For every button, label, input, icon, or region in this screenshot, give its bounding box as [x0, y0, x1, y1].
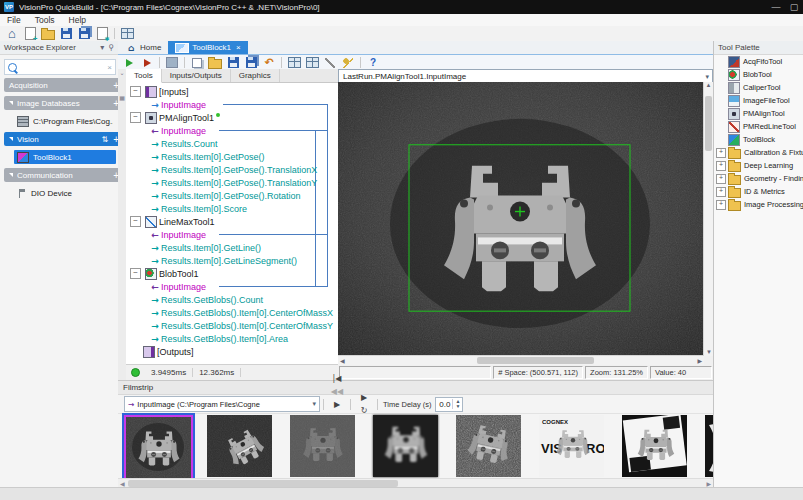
image-canvas[interactable] [338, 82, 704, 356]
spin-down-icon[interactable]: ▼ [453, 404, 462, 409]
edit-tools-button[interactable] [321, 56, 339, 69]
open-job-button[interactable] [39, 27, 57, 40]
thumbnail-part-textured-background[interactable] [456, 415, 521, 477]
workspace-item-c-program-files-cog-[interactable]: C:\Program Files\Cog... [14, 114, 116, 128]
result-grid-button[interactable] [285, 56, 303, 69]
palette-tool-calipertool[interactable]: CaliperTool [714, 81, 803, 94]
folder-expander-icon[interactable]: + [716, 161, 726, 171]
workspace-search-input[interactable] [17, 61, 107, 73]
menu-help[interactable]: Help [62, 15, 93, 25]
folder-expander-icon[interactable]: + [716, 187, 726, 197]
tree-node-inputimage[interactable]: ←InputImage [127, 124, 337, 137]
input-grid-button[interactable] [303, 56, 321, 69]
section-image-databases[interactable]: Image Databases+ [4, 96, 124, 110]
palette-tool-imagefiletool[interactable]: ImageFileTool [714, 94, 803, 107]
tree-node-results-item-0-score[interactable]: →Results.Item[0].Score [127, 202, 337, 215]
palette-tool-pmaligntool[interactable]: PMAlignTool [714, 107, 803, 120]
palette-folder-image-processing[interactable]: +Image Processing [714, 198, 803, 211]
tree-node-results-getblobs-item-0-area[interactable]: →Results.GetBlobs().Item[0].Area [127, 332, 337, 345]
palette-tab-icon[interactable]: ▦ [118, 94, 126, 101]
run-button[interactable] [120, 56, 138, 69]
thumbnail-part-normal[interactable] [124, 415, 193, 479]
tree-node-results-item-0-getpose-translationx[interactable]: →Results.Item[0].GetPose().TranslationX [127, 163, 337, 176]
tree-node-results-getblobs-item-0-centerofmassx[interactable]: →Results.GetBlobs().Item[0].CenterOfMass… [127, 306, 337, 319]
editor-tab-graphics[interactable]: Graphics [231, 69, 280, 82]
tree-node-inputimage[interactable]: →InputImage [127, 98, 337, 111]
tree-expander-icon[interactable]: − [130, 86, 141, 97]
menu-file[interactable]: File [0, 15, 28, 25]
thumbnail-part-dark-partial[interactable] [705, 415, 713, 477]
collapse-chevron-icon[interactable]: ⌄ [118, 69, 126, 76]
editor-tab-inputs-outputs[interactable]: Inputs/Outputs [162, 69, 231, 82]
copy-tool-button[interactable] [188, 56, 206, 69]
tree-expander-icon[interactable]: − [130, 216, 141, 227]
palette-tool-pmredlinetool[interactable]: PMRedLineTool [714, 120, 803, 133]
minimize-button[interactable]: — [767, 0, 785, 14]
previous-frame-button[interactable]: ◀◀ [327, 385, 347, 398]
image-horizontal-scrollbar[interactable]: ◀▶ [338, 355, 704, 365]
tree-node-pmaligntool1[interactable]: −PMAlignTool1 [127, 111, 337, 124]
time-delay-spinner[interactable]: 0.0 ▲▼ [435, 397, 463, 412]
open-tool-button[interactable] [206, 56, 224, 69]
new-job-button[interactable] [21, 27, 39, 40]
image-vertical-scrollbar[interactable]: ▲▼ [703, 82, 713, 356]
palette-folder-geometry-finding-fitting[interactable]: +Geometry - Finding & Fitting [714, 172, 803, 185]
workspace-item-toolblock1[interactable]: ToolBlock1 [14, 150, 116, 164]
palette-folder-deep-learning[interactable]: +Deep Learning [714, 159, 803, 172]
thumbnail-part-faded[interactable] [290, 415, 355, 477]
section-communication[interactable]: Communication+ [4, 168, 124, 182]
expander-icon[interactable] [9, 137, 13, 141]
tab-home[interactable]: ⌂Home [118, 41, 168, 54]
play-frame-button[interactable]: ▶ [327, 398, 347, 411]
tree-node-results-getblobs-count[interactable]: →Results.GetBlobs().Count [127, 293, 337, 306]
import-tool-button[interactable] [242, 56, 260, 69]
section-vision[interactable]: Vision⇅+ [4, 132, 124, 146]
tree-node-results-item-0-getpose-[interactable]: →Results.Item[0].GetPose() [127, 150, 337, 163]
menu-tools[interactable]: Tools [28, 15, 62, 25]
undo-button[interactable]: ↶ [260, 56, 278, 69]
palette-tool-blobtool[interactable]: BlobTool [714, 68, 803, 81]
run-continuous-button[interactable] [138, 56, 156, 69]
thumbnail-part-on-document[interactable] [622, 415, 687, 477]
new-acquisition-button[interactable] [93, 27, 111, 40]
section-acquisition[interactable]: Acquisition+ [4, 78, 124, 92]
tree-node--inputs-[interactable]: −[Inputs] [127, 85, 337, 98]
tree-node-results-count[interactable]: →Results.Count [127, 137, 337, 150]
editor-tab-tools[interactable]: Tools [126, 69, 162, 83]
maximize-button[interactable]: ▢ [785, 0, 803, 14]
thumbnail-part-rotated[interactable] [207, 415, 272, 477]
expander-icon[interactable] [9, 173, 13, 177]
folder-expander-icon[interactable]: + [716, 148, 726, 158]
tree-node--outputs-[interactable]: [Outputs] [127, 345, 337, 358]
home-button[interactable]: ⌂ [3, 27, 21, 40]
palette-tool-toolblock[interactable]: ToolBlock [714, 133, 803, 146]
pin-icon[interactable]: ⚲ [108, 43, 114, 52]
first-frame-button[interactable]: |◀ [327, 372, 347, 385]
sort-icon[interactable]: ⇅ [101, 135, 108, 144]
thumbnail-cognex-visionpro-label[interactable]: COGNEXVISRO [539, 415, 604, 477]
show-image-window-button[interactable] [163, 56, 181, 69]
clear-search-icon[interactable]: × [107, 63, 112, 72]
run-to-end-button[interactable]: ▶ [354, 391, 374, 404]
job-manager-button[interactable] [118, 27, 136, 40]
filmstrip-source-dropdown[interactable]: → InputImage (C:\Program Files\Cogne ▾ [124, 396, 320, 412]
save-tool-button[interactable] [224, 56, 242, 69]
thumbnail-part-blurred[interactable] [373, 415, 438, 477]
panel-menu-icon[interactable]: ▾ [100, 43, 104, 52]
palette-folder-id-metrics[interactable]: +ID & Metrics [714, 185, 803, 198]
tab-toolblock1[interactable]: ToolBlock1× [168, 41, 247, 54]
save-job-button[interactable] [57, 27, 75, 40]
expander-icon[interactable] [9, 101, 13, 105]
tree-node-results-item-0-getpose-rotation[interactable]: →Results.Item[0].GetPose().Rotation [127, 189, 337, 202]
tree-node-inputimage[interactable]: ←InputImage [127, 280, 337, 293]
save-all-button[interactable] [75, 27, 93, 40]
workspace-item-dio-device[interactable]: DIO Device [14, 186, 116, 200]
palette-tool-acqfifotool[interactable]: AcqFifoTool [714, 55, 803, 68]
tree-expander-icon[interactable]: − [130, 112, 141, 123]
folder-expander-icon[interactable]: + [716, 174, 726, 184]
tree-expander-icon[interactable]: − [130, 268, 141, 279]
tree-node-results-item-0-getline-[interactable]: →Results.Item[0].GetLine() [127, 241, 337, 254]
tree-node-blobtool1[interactable]: −BlobTool1 [127, 267, 337, 280]
tree-node-inputimage[interactable]: ←InputImage [127, 228, 337, 241]
access-settings-button[interactable] [339, 56, 357, 69]
